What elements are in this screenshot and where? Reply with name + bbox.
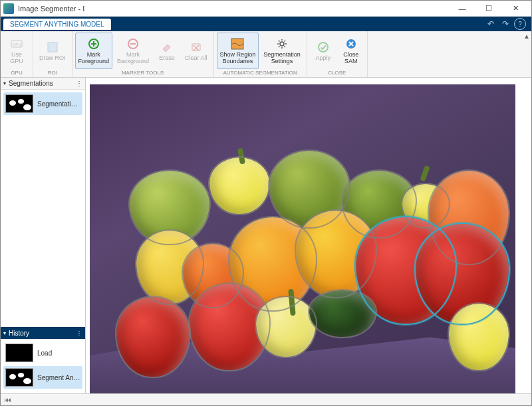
check-circle-icon	[317, 41, 330, 54]
gear-icon	[275, 37, 289, 51]
titlebar: Image Segmenter - I — ☐ ✕	[1, 1, 531, 17]
mark-foreground-button[interactable]: MarkForeground	[75, 33, 113, 69]
mark-background-label: MarkBackground	[117, 52, 149, 65]
segmentation-settings-button[interactable]: SegmentationSettings	[260, 33, 304, 69]
ribbon-group-automatic-segmentation: Show RegionBoundaries SegmentationSettin…	[214, 31, 307, 77]
mark-background-button: MarkBackground	[114, 33, 152, 69]
tabstrip-quick-access: ↶ ↷ ?	[485, 18, 529, 30]
erase-label: Erase	[159, 55, 175, 62]
mark-foreground-label: MarkForeground	[78, 52, 110, 65]
window-title: Image Segmenter - I	[18, 5, 449, 13]
gpu-icon: GPU	[10, 37, 23, 51]
clear-all-label: Clear All	[185, 55, 207, 62]
panel-menu-icon[interactable]: ⋮	[76, 330, 82, 337]
segmentations-list: Segmentation 1	[1, 90, 85, 120]
svg-line-17	[279, 41, 280, 42]
svg-point-21	[319, 43, 328, 52]
region-boundaries-icon	[231, 37, 244, 51]
segmentations-title: Segmentations	[9, 80, 53, 87]
ribbon-group-marker-tools: MarkForeground MarkBackground Erase Clea…	[72, 31, 214, 77]
use-gpu-button: GPU UseGPU	[3, 33, 30, 69]
close-sam-label: CloseSAM	[343, 52, 358, 65]
svg-line-18	[284, 46, 285, 47]
eraser-icon	[160, 41, 174, 54]
svg-line-19	[279, 46, 280, 47]
show-region-boundaries-button[interactable]: Show RegionBoundaries	[217, 33, 259, 69]
collapse-ribbon-button[interactable]: ▲	[522, 31, 531, 77]
content-area: ▾ Segmentations ⋮ Segmentation 1 ▾	[1, 78, 531, 393]
history-panel: ▾ History ⋮ Load Segment Anyt...	[1, 327, 85, 393]
ribbon-group-auto-label: AUTOMATIC SEGMENTATION	[217, 69, 304, 77]
history-panel-header[interactable]: ▾ History ⋮	[1, 327, 85, 339]
history-item-segment-anything[interactable]: Segment Anyt...	[3, 366, 82, 389]
maximize-button[interactable]: ☐	[475, 1, 502, 16]
use-gpu-label: UseGPU	[10, 52, 23, 65]
apply-button: Apply	[310, 33, 336, 69]
clear-all-button: Clear All	[182, 33, 211, 69]
tab-segment-anything-model[interactable]: SEGMENT ANYTHING MODEL	[3, 19, 111, 30]
history-item-load[interactable]: Load	[3, 342, 82, 364]
panel-menu-icon[interactable]: ⋮	[76, 80, 82, 87]
segmentation-settings-label: SegmentationSettings	[263, 52, 301, 65]
segmentations-panel: ▾ Segmentations ⋮ Segmentation 1	[1, 78, 85, 120]
plus-circle-icon	[87, 37, 100, 51]
ribbon-group-marker-label: MARKER TOOLS	[75, 69, 211, 77]
history-thumbnail	[5, 368, 33, 387]
clear-icon	[190, 41, 203, 54]
draw-roi-icon	[46, 41, 59, 54]
statusbar: ⏮	[1, 393, 531, 405]
history-item-label: Segment Anyt...	[37, 374, 80, 381]
minus-circle-icon	[126, 37, 140, 51]
undo-button[interactable]: ↶	[485, 18, 497, 30]
segmentation-item-label: Segmentation 1	[37, 100, 80, 108]
history-item-label: Load	[37, 350, 52, 357]
segmentations-panel-header[interactable]: ▾ Segmentations ⋮	[1, 78, 85, 90]
ribbon-group-close: Apply CloseSAM CLOSE	[307, 31, 368, 77]
ribbon-group-roi: Draw ROI ROI	[33, 31, 72, 77]
app-icon	[3, 3, 14, 14]
history-list: Load Segment Anyt...	[1, 339, 85, 393]
svg-text:GPU: GPU	[12, 43, 21, 47]
ribbon-group-close-label: CLOSE	[310, 69, 364, 77]
close-sam-button[interactable]: CloseSAM	[338, 33, 364, 69]
erase-button: Erase	[154, 33, 180, 69]
help-button[interactable]: ?	[514, 18, 526, 30]
image-canvas[interactable]	[90, 84, 515, 393]
svg-rect-11	[231, 39, 243, 49]
svg-point-12	[280, 42, 284, 46]
svg-line-20	[284, 41, 285, 42]
redo-button[interactable]: ↷	[499, 18, 511, 30]
history-title: History	[9, 330, 29, 337]
segmentation-thumbnail	[5, 94, 33, 113]
caret-down-icon: ▾	[3, 80, 6, 86]
ribbon: GPU UseGPU GPU Draw ROI ROI MarkForegrou…	[1, 31, 531, 78]
x-circle-icon	[344, 37, 358, 51]
tabstrip: SEGMENT ANYTHING MODEL ↶ ↷ ?	[1, 17, 531, 31]
history-thumbnail	[5, 344, 33, 362]
draw-roi-label: Draw ROI	[39, 55, 66, 62]
close-window-button[interactable]: ✕	[502, 1, 529, 16]
show-region-boundaries-label: Show RegionBoundaries	[220, 52, 256, 65]
draw-roi-button: Draw ROI	[36, 33, 69, 69]
ribbon-group-gpu-label: GPU	[3, 69, 30, 77]
segmentation-item[interactable]: Segmentation 1	[3, 92, 82, 115]
window-controls: — ☐ ✕	[449, 1, 529, 16]
first-page-button[interactable]: ⏮	[5, 396, 11, 403]
sidebar: ▾ Segmentations ⋮ Segmentation 1 ▾	[1, 78, 86, 393]
ribbon-group-gpu: GPU UseGPU GPU	[1, 31, 33, 77]
svg-rect-2	[48, 43, 57, 52]
apply-label: Apply	[315, 55, 331, 62]
ribbon-group-roi-label: ROI	[36, 69, 69, 77]
minimize-button[interactable]: —	[449, 1, 475, 16]
canvas-area[interactable]	[86, 78, 531, 393]
caret-down-icon: ▾	[3, 330, 6, 336]
